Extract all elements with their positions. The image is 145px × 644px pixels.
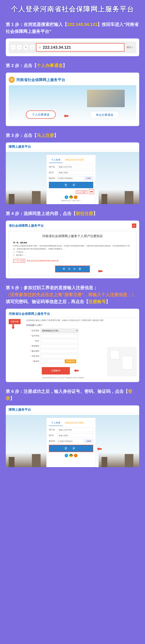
idno-label: * 证件号码 (26, 334, 41, 337)
idtype-select[interactable]: 居民身份证(户口本) (41, 328, 78, 333)
password2-label: * 确认密码 (26, 350, 41, 352)
captcha-input[interactable] (57, 176, 83, 180)
reload-icon[interactable]: ↻ (23, 45, 28, 50)
captcha-label: 验证码 (49, 177, 57, 180)
login-button[interactable]: 登 录 (49, 445, 93, 452)
register-link[interactable]: 马上注册? (76, 190, 87, 194)
home-icon[interactable]: ⌂ (30, 45, 35, 50)
idno-input[interactable] (41, 334, 78, 338)
firefox-icon (74, 196, 77, 199)
reg-password2-input[interactable] (41, 349, 78, 353)
nav-forward-icon[interactable]: › (17, 45, 22, 50)
firefox-icon (74, 454, 77, 457)
captcha-image[interactable]: cHeR (84, 439, 93, 443)
agree-checkbox[interactable]: ✔ 本人已阅 (13, 259, 25, 263)
page-title: 个人登录河南省社会保障网上服务平台 (6, 4, 139, 14)
step5-screenshot: 河南省社会保障网上服务平台 游客注册 在河南省已参保人员通过下面页填写注册，未参… (6, 309, 139, 382)
chrome-icon (69, 196, 73, 199)
browser-compat (49, 196, 93, 199)
mobile-label: * 手机号码 (26, 355, 41, 358)
go-button[interactable]: 前往 > (126, 44, 135, 50)
url-input[interactable]: ☆ 222.143.34.121 (36, 43, 124, 52)
browser-compat (49, 454, 93, 457)
tab-card-login[interactable]: 跨机关社保卡登录 (63, 420, 86, 426)
step1-screenshot: ‹ › ↻ ⌂ ☆ 222.143.34.121 前往 > (6, 38, 139, 56)
tab-personal-login[interactable]: 个人登录 (49, 420, 63, 426)
chrome-icon (69, 454, 73, 457)
step4-text: 第 4 步：选择同意上述内容，点击【前往注册】 (6, 210, 139, 217)
register-hint: 在河南省已参保人员通过下面页填写注册，未参保人员请点击左方【游客注册】按钮进行注… (26, 319, 104, 322)
agree-hint: 须本决定或注意事项将受相关条例约束 (27, 260, 59, 262)
step1-text: 第 1 步：在浏览器搜索栏输入【222.143.34.121】按回车进入"河南省… (6, 21, 139, 35)
password-label: * 登录密码 (26, 345, 41, 347)
portal-title: 河南省社会保障网上服务平台 (16, 77, 65, 82)
username-input[interactable] (58, 428, 93, 432)
send-code-button[interactable]: 发送验证码 (65, 360, 76, 363)
captcha-label: 验证码 (49, 440, 57, 442)
ie-icon (65, 196, 68, 199)
mobile-input[interactable] (41, 354, 78, 358)
idtype-label: * 证件类型 (26, 329, 41, 332)
arrow-icon (64, 112, 69, 119)
nav-back-icon[interactable]: ‹ (10, 45, 16, 50)
name-input[interactable] (41, 339, 78, 343)
login-panel: 个人登录 跨机关社保卡登录 用户名 密 码 验证码 cHeR 登 录 (46, 418, 96, 467)
close-icon[interactable]: ✕ (132, 224, 136, 228)
logo-icon: SI (9, 77, 15, 83)
hero-image (87, 90, 125, 107)
vcode-input[interactable] (41, 360, 64, 363)
layout-diagram (107, 347, 136, 376)
arrow-icon (89, 189, 94, 194)
step2-screenshot: SI 河南省社会保障网上服务平台 个人办事通道 单位办事通道 (6, 72, 139, 126)
arrow-icon (74, 367, 79, 374)
service-header: 障网上服务平台 (6, 142, 139, 150)
step3-text: 第 3 步：点击【马上注册】 (6, 132, 139, 139)
step4-screenshot: ✕ 省社会保障网上服务平台 河南省社会保障网上服务个人用户注册协议 第一条、服务… (6, 220, 139, 278)
service-header: 河南省社会保障网上服务平台 (9, 312, 136, 318)
agreement-title: 河南省社会保障网上服务个人用户注册协议 (13, 234, 132, 238)
agreement-body: 第一条、服务条款 本系统公共服务的各项电子服务，包含其他任何网络服务及信息，均仅… (13, 241, 132, 257)
step6-screenshot: 障网上服务平台 个人登录 跨机关社保卡登录 用户名 密 码 验证码 cHeR (6, 406, 139, 467)
login-panel: 个人登录 跨机关社保卡登录 用户名 密 码 验证码 CArE 登 录 马上注册? (46, 155, 96, 204)
service-header: 障网上服务平台 (6, 406, 139, 414)
service-header: 省社会保障网上服务平台 (9, 224, 136, 230)
step6-text: 第 6 步：注册成功之后，输入身份证号、密码、验证码，点击【登录】 (6, 388, 139, 402)
register-submit-button[interactable]: 注册账号 (42, 368, 70, 374)
arrow-icon (11, 324, 16, 330)
step2-text: 第 2 步：点击【个人办事通道】 (6, 62, 139, 69)
vcode-label: * 验证码 (26, 360, 41, 362)
star-icon: ☆ (38, 46, 41, 49)
browser-note: 兼容IE8.0以上 火狐7.0以上 (49, 200, 93, 202)
password-label: 密 码 (49, 434, 58, 437)
password-input[interactable] (58, 170, 93, 175)
captcha-image[interactable]: CArE (84, 176, 93, 180)
reg-password-input[interactable] (41, 344, 78, 348)
proceed-register-button[interactable]: 前 往 注 册 (55, 266, 90, 272)
name-label: * 姓名 (26, 340, 41, 342)
tab-card-login[interactable]: 跨机关社保卡登录 (63, 157, 86, 163)
agreement-panel: 河南省社会保障网上服务个人用户注册协议 第一条、服务条款 本系统公共服务的各项电… (9, 231, 136, 276)
step3-screenshot: 障网上服务平台 个人登录 跨机关社保卡登录 用户名 密 码 验证码 CArE 登… (6, 142, 139, 204)
url-text: 222.143.34.121 (43, 45, 71, 50)
password-input[interactable] (58, 434, 93, 438)
form-section-title: 开始创建个人用户 (26, 324, 104, 327)
ie-icon (65, 454, 68, 457)
username-label: 用户名 (49, 428, 58, 431)
arrow-icon (98, 268, 103, 274)
personal-channel-button[interactable]: 个人办事通道 (26, 110, 56, 119)
username-input[interactable] (58, 165, 93, 169)
login-button[interactable]: 登 录 (49, 182, 93, 188)
tab-personal-login[interactable]: 个人登录 (49, 157, 63, 163)
form-note: 说明:如需完整手机号且无法登录 "客服电话"反馈号码须刷新 (42, 376, 104, 379)
step5-text: 第 5 步：参加过职工养老的直接输入注册信息； （没有参加过的先点击左上角"游客… (6, 284, 139, 305)
captcha-input[interactable] (57, 439, 83, 443)
unit-channel-button[interactable]: 单位办事通道 (90, 111, 119, 119)
password-label: 密 码 (49, 171, 58, 174)
username-label: 用户名 (49, 166, 58, 168)
